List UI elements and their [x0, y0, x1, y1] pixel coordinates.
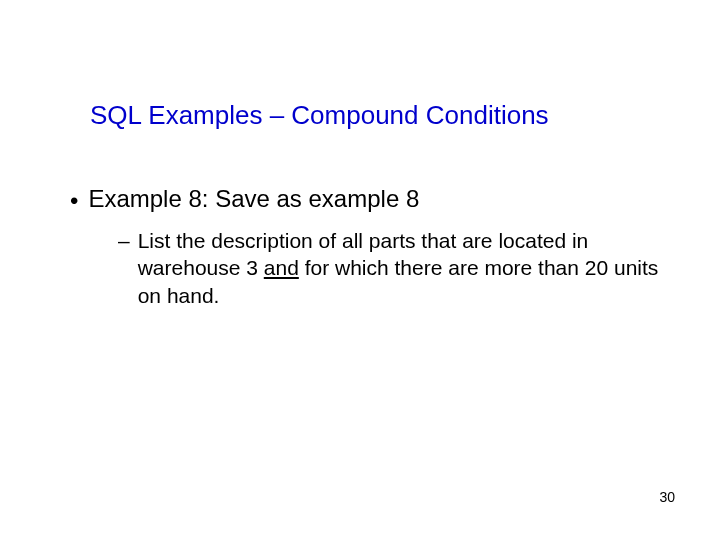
bullet-level-2: – List the description of all parts that…: [118, 227, 660, 309]
bullet-dash-icon: –: [118, 227, 130, 254]
bullet-dot-icon: •: [70, 187, 78, 215]
page-number: 30: [659, 489, 675, 505]
sub-bullet-text: List the description of all parts that a…: [138, 227, 660, 309]
example-label: Example 8: Save as example 8: [88, 185, 419, 213]
slide-content: • Example 8: Save as example 8 – List th…: [70, 185, 660, 309]
slide: SQL Examples – Compound Conditions • Exa…: [0, 0, 720, 540]
slide-title: SQL Examples – Compound Conditions: [90, 100, 680, 131]
sub-text-underlined: and: [264, 256, 299, 279]
bullet-level-1: • Example 8: Save as example 8: [70, 185, 660, 215]
